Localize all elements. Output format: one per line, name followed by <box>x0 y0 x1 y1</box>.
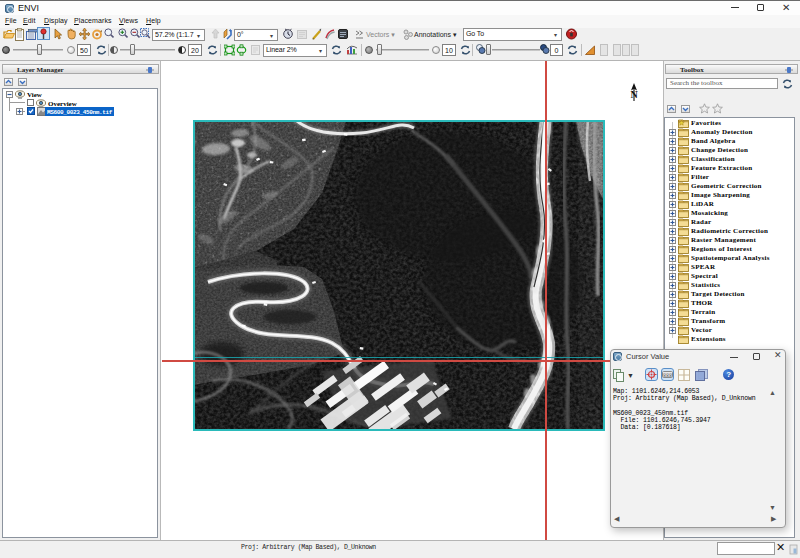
svg-text:N: N <box>630 89 638 100</box>
svg-text:888: 888 <box>663 373 672 379</box>
